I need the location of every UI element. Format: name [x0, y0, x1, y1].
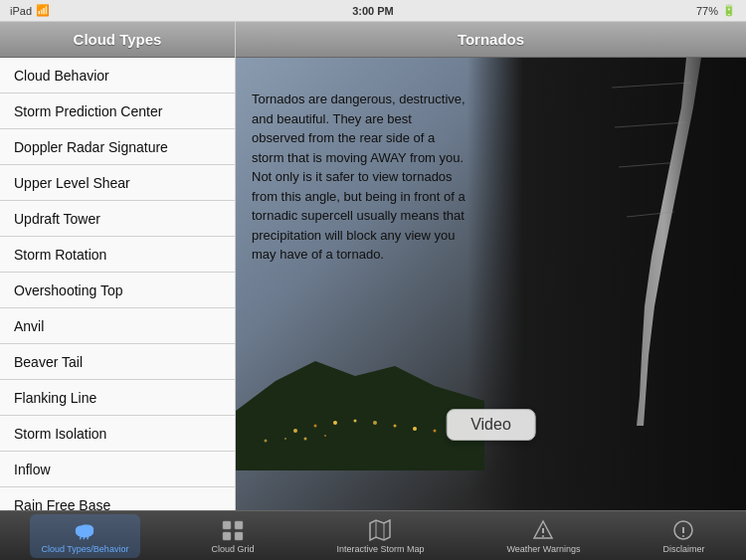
tab-disclaimer[interactable]: Disclaimer	[651, 514, 716, 558]
svg-point-16	[284, 438, 286, 440]
svg-point-14	[434, 430, 437, 433]
svg-line-25	[88, 536, 89, 539]
svg-line-2	[612, 83, 691, 88]
svg-line-23	[81, 536, 82, 539]
svg-point-7	[293, 429, 297, 433]
status-carrier: iPad 📶	[10, 4, 50, 17]
svg-point-17	[304, 438, 307, 441]
sidebar-item-upper-level-shear[interactable]: Upper Level Shear	[0, 165, 235, 201]
disclaimer-icon	[671, 518, 695, 542]
sidebar-item-storm-rotation[interactable]: Storm Rotation	[0, 237, 235, 273]
tab-bar: Cloud Types/Behavior Cloud Grid Interact…	[0, 510, 746, 560]
cloud-icon	[73, 518, 96, 542]
svg-point-10	[354, 420, 357, 423]
carrier-label: iPad	[10, 5, 32, 17]
tornado-visual	[587, 58, 706, 510]
wifi-icon: 📶	[36, 4, 50, 17]
svg-line-3	[615, 122, 686, 127]
sidebar-item-updraft-tower[interactable]: Updraft Tower	[0, 201, 235, 237]
svg-point-22	[81, 524, 90, 531]
tab-cloud-types-behavior[interactable]: Cloud Types/Behavior	[30, 514, 141, 558]
tab-cloud-types-label: Cloud Types/Behavior	[42, 544, 129, 554]
content-body: Tornados are dangerous, destructive, and…	[236, 58, 746, 510]
svg-point-9	[333, 421, 337, 425]
tab-cloud-grid[interactable]: Cloud Grid	[199, 514, 266, 558]
status-time: 3:00 PM	[352, 5, 394, 17]
svg-point-35	[542, 535, 544, 537]
svg-marker-1	[607, 58, 701, 426]
sidebar-item-inflow[interactable]: Inflow	[0, 452, 235, 487]
sidebar-item-flanking-line[interactable]: Flanking Line	[0, 380, 235, 416]
sidebar-header: Cloud Types	[0, 22, 235, 58]
svg-rect-26	[223, 521, 231, 529]
warning-icon	[531, 518, 555, 542]
map-icon	[368, 518, 392, 542]
cloud-grid-icon	[221, 518, 245, 542]
svg-point-18	[324, 435, 326, 437]
tab-cloud-grid-label: Cloud Grid	[211, 544, 254, 554]
tab-disclaimer-label: Disclaimer	[662, 544, 704, 554]
tab-weather-warnings[interactable]: Weather Warnings	[494, 514, 592, 558]
svg-point-13	[413, 427, 417, 431]
content-area: Tornados	[236, 22, 746, 510]
svg-point-11	[373, 421, 377, 425]
svg-marker-30	[370, 520, 390, 540]
sidebar-item-storm-isolation[interactable]: Storm Isolation	[0, 416, 235, 452]
sidebar-item-overshooting-top[interactable]: Overshooting Top	[0, 273, 235, 308]
battery-icon: 🔋	[722, 4, 736, 17]
svg-point-38	[682, 535, 684, 537]
sidebar-item-beaver-tail[interactable]: Beaver Tail	[0, 344, 235, 380]
battery-label: 77%	[696, 5, 718, 17]
status-right: 77% 🔋	[696, 4, 736, 17]
svg-rect-27	[235, 521, 243, 529]
sidebar: Cloud Types Cloud Behavior Storm Predict…	[0, 22, 236, 510]
svg-rect-29	[235, 532, 243, 540]
tab-interactive-storm-map-label: Interactive Storm Map	[336, 544, 424, 554]
svg-point-15	[265, 440, 268, 443]
content-header: Tornados	[236, 22, 746, 58]
landscape-svg	[236, 331, 484, 470]
sidebar-item-rain-free-base[interactable]: Rain Free Base	[0, 487, 235, 510]
svg-point-12	[394, 425, 397, 428]
content-description-text: Tornados are dangerous, destructive, and…	[252, 90, 468, 265]
tab-interactive-storm-map[interactable]: Interactive Storm Map	[324, 514, 436, 558]
sidebar-item-anvil[interactable]: Anvil	[0, 308, 235, 344]
main-container: Cloud Types Cloud Behavior Storm Predict…	[0, 22, 746, 510]
video-button[interactable]: Video	[446, 409, 536, 441]
sidebar-item-cloud-behavior[interactable]: Cloud Behavior	[0, 58, 235, 93]
status-bar: iPad 📶 3:00 PM 77% 🔋	[0, 0, 746, 22]
svg-point-8	[314, 425, 317, 428]
content-description-panel: Tornados are dangerous, destructive, and…	[236, 78, 484, 277]
svg-line-24	[85, 536, 86, 539]
sidebar-item-storm-prediction-center[interactable]: Storm Prediction Center	[0, 93, 235, 129]
svg-rect-28	[223, 532, 231, 540]
tab-weather-warnings-label: Weather Warnings	[506, 544, 580, 554]
sidebar-item-doppler-radar[interactable]: Doppler Radar Signature	[0, 129, 235, 165]
